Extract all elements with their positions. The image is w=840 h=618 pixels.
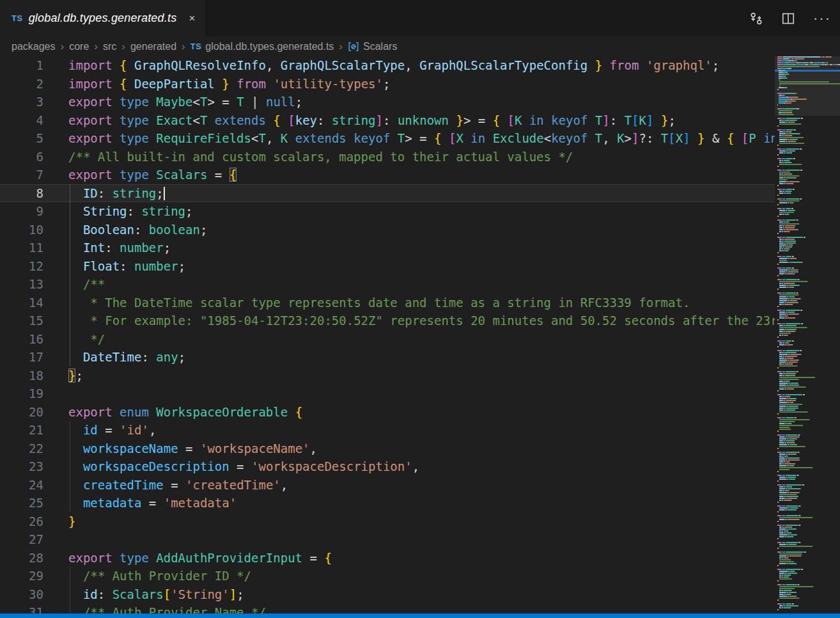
breadcrumb-generated[interactable]: generated: [130, 41, 176, 52]
code-line[interactable]: 11 Int: number;: [0, 239, 775, 257]
symbol-type-icon: [348, 41, 359, 52]
code-line[interactable]: 3export type Maybe<T> = T | null;: [0, 93, 775, 111]
code-line[interactable]: 2import { DeepPartial } from 'utility-ty…: [0, 75, 775, 93]
line-number[interactable]: 19: [0, 384, 43, 403]
code-line[interactable]: 25 metadata = 'metadata': [0, 494, 775, 512]
breadcrumb-src[interactable]: src: [103, 41, 116, 52]
line-number[interactable]: 29: [0, 567, 43, 585]
line-number[interactable]: 4: [0, 111, 43, 130]
line-number[interactable]: 28: [0, 549, 43, 567]
line-number[interactable]: 7: [0, 166, 43, 184]
code-line[interactable]: 5export type RequireFields<T, K extends …: [0, 129, 775, 148]
line-number[interactable]: 3: [0, 93, 43, 111]
code-text: export enum WorkspaceOrderable {: [68, 405, 302, 419]
code-text: export type Maybe<T> = T | null;: [68, 95, 302, 109]
tab-title: global.db.types.generated.ts: [29, 12, 177, 25]
line-number[interactable]: 23: [0, 457, 43, 476]
breadcrumb-core[interactable]: core: [69, 41, 89, 52]
code-text: * The DateTime scalar type represents da…: [68, 296, 690, 310]
code-line[interactable]: 4export type Exact<T extends { [key: str…: [0, 111, 775, 130]
code-text: /** Auth Provider ID */: [68, 569, 251, 583]
code-text: */: [68, 332, 105, 346]
breadcrumb-file[interactable]: TS global.db.types.generated.ts: [191, 41, 334, 52]
editor-actions: ···: [749, 0, 831, 36]
code-line[interactable]: 15 * For example: "1985-04-12T23:20:50.5…: [0, 312, 775, 330]
line-number[interactable]: 20: [0, 403, 43, 422]
code-line[interactable]: 7export type Scalars = {: [0, 166, 775, 184]
line-number[interactable]: 15: [0, 312, 43, 330]
line-number[interactable]: 27: [0, 530, 43, 549]
line-number[interactable]: 25: [0, 494, 43, 512]
code-line[interactable]: 24 createdTime = 'createdTime',: [0, 476, 775, 495]
code-text: /** All built-in and custom scalars, map…: [68, 150, 573, 164]
line-number[interactable]: 13: [0, 275, 43, 294]
line-number[interactable]: 5: [0, 129, 43, 148]
code-area[interactable]: 1import { GraphQLResolveInfo, GraphQLSca…: [0, 56, 775, 618]
line-number[interactable]: 1: [0, 56, 43, 75]
indent-guide: [70, 567, 70, 618]
code-line[interactable]: 20export enum WorkspaceOrderable {: [0, 403, 775, 422]
open-changes-icon[interactable]: [749, 12, 763, 26]
code-line[interactable]: 14 * The DateTime scalar type represents…: [0, 294, 775, 312]
code-line[interactable]: 6/** All built-in and custom scalars, ma…: [0, 148, 775, 166]
code-text: import { GraphQLResolveInfo, GraphQLScal…: [68, 58, 719, 72]
code-line[interactable]: 8 ID: string;: [0, 184, 775, 203]
code-line[interactable]: 19: [0, 384, 775, 403]
line-number[interactable]: 22: [0, 440, 43, 458]
tab-close-icon[interactable]: ×: [189, 13, 195, 24]
more-actions-icon[interactable]: ···: [813, 10, 831, 27]
line-number[interactable]: 9: [0, 202, 43, 221]
line-number[interactable]: 16: [0, 330, 43, 349]
code-line[interactable]: 16 */: [0, 330, 775, 349]
code-text: * For example: "1985-04-12T23:20:50.52Z"…: [68, 313, 775, 328]
code-text: Int: number;: [68, 241, 171, 255]
vscode-window: TS global.db.types.generated.ts ×: [0, 0, 840, 618]
breadcrumb: packages › core › src › generated › TS g…: [0, 36, 840, 56]
breadcrumb-packages[interactable]: packages: [12, 41, 56, 52]
line-number[interactable]: 8: [0, 184, 43, 203]
line-number[interactable]: 10: [0, 221, 43, 239]
line-number[interactable]: 14: [0, 294, 43, 312]
code-line[interactable]: 18};: [0, 367, 775, 385]
line-number[interactable]: 30: [0, 585, 43, 604]
line-number[interactable]: 6: [0, 148, 43, 166]
code-text: /**: [68, 277, 105, 291]
code-line[interactable]: 26}: [0, 512, 775, 531]
line-number[interactable]: 17: [0, 348, 43, 367]
code-line[interactable]: 22 workspaceName = 'workspaceName',: [0, 440, 775, 458]
split-editor-icon[interactable]: [781, 12, 795, 26]
code-line[interactable]: 21 id = 'id',: [0, 421, 775, 440]
code-line[interactable]: 17 DateTime: any;: [0, 348, 775, 367]
line-number[interactable]: 24: [0, 476, 43, 495]
code-line[interactable]: 10 Boolean: boolean;: [0, 221, 775, 239]
code-line[interactable]: 9 String: string;: [0, 202, 775, 221]
code-line[interactable]: 13 /**: [0, 275, 775, 294]
code-line[interactable]: 30 id: Scalars['String'];: [0, 585, 775, 604]
breadcrumb-symbol-name: Scalars: [363, 41, 397, 52]
tab-global-db-types[interactable]: TS global.db.types.generated.ts ×: [0, 0, 205, 36]
code-line[interactable]: 1import { GraphQLResolveInfo, GraphQLSca…: [0, 56, 775, 75]
code-text: };: [68, 368, 83, 383]
code-text: }: [68, 514, 75, 528]
code-line[interactable]: 12 Float: number;: [0, 257, 775, 276]
line-number[interactable]: 11: [0, 239, 43, 257]
code-text: workspaceDescription = 'workspaceDescrip…: [68, 459, 419, 473]
line-number[interactable]: 21: [0, 421, 43, 440]
code-line[interactable]: 27: [0, 530, 775, 549]
minimap[interactable]: [775, 56, 840, 614]
line-number[interactable]: 12: [0, 257, 43, 276]
breadcrumb-file-name: global.db.types.generated.ts: [205, 41, 334, 52]
code-line[interactable]: 28export type AddAuthProviderInput = {: [0, 549, 775, 567]
chevron-right-icon: ›: [339, 41, 343, 52]
code-text: String: string;: [68, 204, 193, 218]
line-number[interactable]: 18: [0, 367, 43, 385]
line-number[interactable]: 26: [0, 512, 43, 531]
breadcrumb-symbol[interactable]: Scalars: [348, 41, 397, 52]
code-line[interactable]: 29 /** Auth Provider ID */: [0, 567, 775, 585]
tab-bar: TS global.db.types.generated.ts ×: [0, 0, 840, 36]
code-line[interactable]: 23 workspaceDescription = 'workspaceDesc…: [0, 457, 775, 476]
status-bar[interactable]: [0, 614, 840, 618]
line-number[interactable]: 2: [0, 75, 43, 93]
code-text: Float: number;: [68, 259, 185, 273]
code-text: export type Scalars = {: [68, 168, 237, 182]
